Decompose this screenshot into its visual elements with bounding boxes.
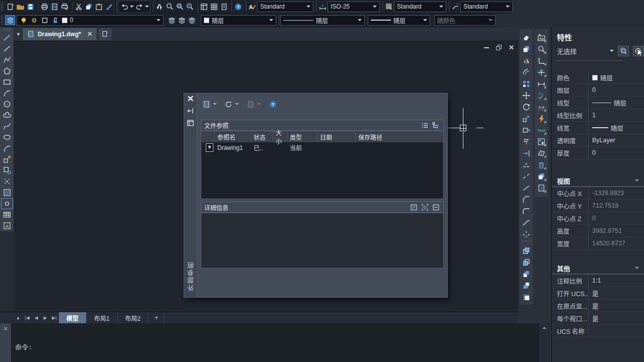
chamfer-tool-icon[interactable] [520,194,532,205]
zoom-previous-icon[interactable] [185,2,195,12]
mleader-style-select[interactable]: Standard [460,2,513,12]
redo-icon[interactable] [134,2,144,12]
details-preview-icon[interactable] [420,203,429,212]
tree-view-icon[interactable] [431,121,440,130]
layer-freeze-icon[interactable] [30,16,38,24]
command-line-window[interactable]: ✕ 命令: 命令: _dwfattach 命令: 命令: 命令: [0,323,550,362]
layer-on-bulb-icon[interactable] [20,16,28,24]
cut-icon[interactable] [73,2,84,12]
color-control-select[interactable]: 随层 [201,15,276,26]
text-style-select[interactable]: Standard [257,2,313,12]
open-icon[interactable] [15,2,25,12]
first-layout-icon[interactable]: |◀ [23,315,32,320]
rotate-tool-icon[interactable] [520,101,532,113]
close-command-window-icon[interactable]: ✕ [3,326,8,362]
property-row-linetype[interactable]: 线型 随层 [552,97,644,109]
scale-tool-icon[interactable] [520,113,532,124]
property-row-center-x[interactable]: 中心点 X -1328.8923 [552,187,644,200]
construction-line-tool-icon[interactable] [1,43,13,54]
mleader-style-icon[interactable] [450,2,460,12]
zoom-realtime-icon[interactable] [165,2,175,12]
property-row-thickness[interactable]: 厚度 0 [552,147,644,159]
refresh-icon[interactable] [223,99,233,109]
copy-clip-icon[interactable] [84,2,94,12]
publish-icon[interactable] [59,2,69,12]
restore-drawing-icon[interactable] [496,45,502,50]
multiline-text-tool-icon[interactable] [1,220,13,231]
chevron-down-icon[interactable] [358,19,362,21]
table-row[interactable]: Drawing1 已.. 当前 [201,142,443,153]
quick-tools-flash-icon[interactable] [535,113,547,124]
extend-tool-icon[interactable] [520,147,532,159]
chevron-down-icon[interactable] [306,6,310,8]
layer-settings-icon[interactable] [187,15,197,25]
ellipse-arc-tool-icon[interactable] [1,143,13,154]
bring-to-front-icon[interactable] [520,245,532,256]
tab-model[interactable]: 模型 [59,312,87,324]
scroll-up-icon[interactable] [542,327,546,329]
region-tool-icon[interactable] [1,198,13,209]
dimension-check-icon[interactable] [535,89,547,101]
refresh-dropdown-icon[interactable] [235,103,239,105]
mirror-tool-icon[interactable] [520,55,532,66]
add-layout-button[interactable]: + [148,312,165,324]
sheet-set-icon[interactable] [219,2,229,12]
next-layout-icon[interactable]: ▶ [41,315,50,320]
format-painter-icon[interactable] [104,2,114,12]
linetype-control-select[interactable]: 随层 [280,15,365,26]
named-views-icon[interactable] [535,32,547,43]
palette-properties-icon[interactable] [186,118,195,127]
undo-dropdown-icon[interactable] [130,6,134,8]
wipeout-icon[interactable] [535,147,547,159]
text-tools-icon[interactable] [535,124,547,136]
toolbar-grip[interactable] [1,15,3,25]
offset-tool-icon[interactable] [520,66,532,78]
arc-tool-icon[interactable] [1,87,13,99]
point-tool-icon[interactable] [1,176,13,187]
close-tab-icon[interactable]: ✕ [87,30,93,38]
property-row-center-z[interactable]: 中心点 Z 0 [552,212,644,225]
quick-select-button[interactable] [618,46,629,56]
list-view-icon[interactable] [420,121,429,130]
break-tool-icon[interactable] [520,170,532,182]
property-row-width[interactable]: 宽度 14520.6727 [552,237,644,250]
column-header-path[interactable]: 保存路径 [356,131,443,142]
zoom-object-icon[interactable] [535,43,547,55]
lineweight-control-select[interactable]: 随层 [368,15,430,26]
stretch-tool-icon[interactable] [520,124,532,136]
last-layout-icon[interactable]: ▶| [50,315,59,320]
copy-objects-icon[interactable] [535,170,547,182]
layer-plot-icon[interactable] [41,16,49,24]
layer-states-icon[interactable] [167,15,177,25]
join-tool-icon[interactable] [520,182,532,194]
minimize-drawing-icon[interactable] [484,47,489,48]
previous-layout-icon[interactable]: ◀ [32,315,41,320]
copy-tool-icon[interactable] [520,43,532,55]
close-drawing-icon[interactable]: ✕ [509,45,514,50]
column-header-icon[interactable] [201,131,215,142]
insert-block-tool-icon[interactable] [1,154,13,165]
command-scrollbar[interactable] [538,323,550,362]
plot-icon[interactable] [39,2,49,12]
properties-palette-icon[interactable] [199,2,209,12]
tab-list-menu-icon[interactable]: ▼ [16,32,21,37]
create-block-tool-icon[interactable] [1,165,13,176]
property-row-transparency[interactable]: 透明度 ByLayer [552,134,644,147]
save-icon[interactable] [25,2,35,12]
property-row-height[interactable]: 高度 3982.8751 [552,225,644,237]
send-to-back-icon[interactable] [520,256,532,268]
column-header-size[interactable]: 大小 [273,131,287,142]
dimension-style-select[interactable]: ISO-25 [328,2,380,12]
redo-dropdown-icon[interactable] [145,6,149,8]
trim-tool-icon[interactable] [520,136,532,147]
layer-lock-icon[interactable] [51,16,59,24]
column-header-name[interactable]: 参照名 [215,131,251,142]
toolbar-grip[interactable] [1,2,3,12]
break-at-point-tool-icon[interactable] [520,159,532,170]
ucs-icon[interactable] [535,55,547,66]
property-row-annotation-scale[interactable]: 注释比例 1:1 [552,275,644,287]
column-header-status[interactable]: 状态 [251,131,273,142]
layer-properties-manager-icon[interactable] [5,15,15,25]
tab-drawing1[interactable]: Drawing1.dwg* ✕ [23,28,97,40]
revision-cloud-tool-icon[interactable] [1,110,13,121]
